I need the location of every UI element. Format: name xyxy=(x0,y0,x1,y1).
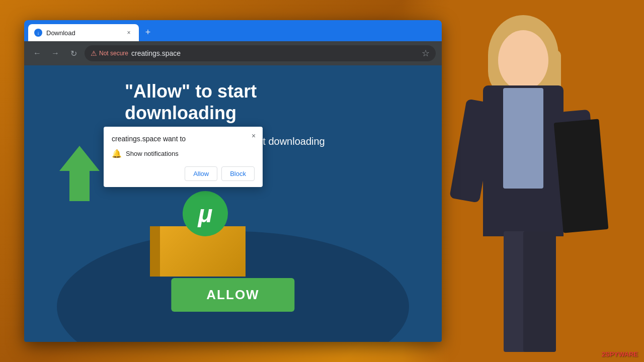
browser-tabbar: ↓ Download × + xyxy=(24,20,442,41)
browser-tab[interactable]: ↓ Download × xyxy=(28,24,139,41)
popup-close-button[interactable]: × xyxy=(249,131,259,141)
shirt xyxy=(503,88,543,189)
warning-icon: ⚠ xyxy=(91,49,97,57)
permission-text: Show notifications xyxy=(126,150,179,157)
binder xyxy=(554,119,609,233)
refresh-button[interactable]: ↻ xyxy=(66,46,80,60)
utorrent-box: μ xyxy=(150,186,261,277)
box-left-side xyxy=(150,226,160,277)
browser-window: ↓ Download × + ← → ↻ ⚠ Not secure creati… xyxy=(24,20,442,342)
popup-title: creatings.space want to xyxy=(112,135,245,143)
utorrent-logo: μ xyxy=(183,191,228,236)
head xyxy=(498,30,548,90)
green-arrow xyxy=(59,146,100,196)
bookmark-star-icon[interactable]: ☆ xyxy=(422,48,430,59)
watermark: 2SPYWARE xyxy=(602,350,638,358)
popup-actions: Allow Block xyxy=(112,166,255,181)
address-bar[interactable]: ⚠ Not secure creatings.space ☆ xyxy=(85,45,436,61)
browser-toolbar: ← → ↻ ⚠ Not secure creatings.space ☆ xyxy=(24,41,442,65)
headline-line2: downloading xyxy=(125,102,427,124)
not-secure-label: Not secure xyxy=(99,50,128,57)
forward-button[interactable]: → xyxy=(48,46,62,60)
url-text: creatings.space xyxy=(131,49,181,57)
new-tab-button[interactable]: + xyxy=(141,25,155,39)
headline-line1: "Allow" to start xyxy=(125,80,427,102)
watermark-suffix: E xyxy=(633,350,638,358)
popup-permission-row: 🔔 Show notifications xyxy=(112,149,255,158)
tab-title: Download xyxy=(46,29,121,37)
browser-content: "Allow" to start downloading Click "Allo… xyxy=(24,65,442,342)
notification-popup: creatings.space want to × 🔔 Show notific… xyxy=(104,127,263,187)
arrow-head xyxy=(59,146,100,171)
back-button[interactable]: ← xyxy=(30,46,44,60)
arrow-body xyxy=(69,171,90,201)
right-leg xyxy=(523,231,556,352)
watermark-prefix: 2SPYWAR xyxy=(602,350,634,358)
bell-icon: 🔔 xyxy=(112,149,122,158)
woman-figure xyxy=(443,10,604,352)
main-headline: "Allow" to start downloading xyxy=(125,80,427,124)
tab-close-button[interactable]: × xyxy=(125,29,133,37)
allow-big-button[interactable]: ALLOW xyxy=(171,278,294,312)
tab-favicon: ↓ xyxy=(34,29,42,37)
not-secure-badge: ⚠ Not secure xyxy=(91,49,128,57)
block-button[interactable]: Block xyxy=(221,166,255,181)
allow-button[interactable]: Allow xyxy=(185,166,217,181)
